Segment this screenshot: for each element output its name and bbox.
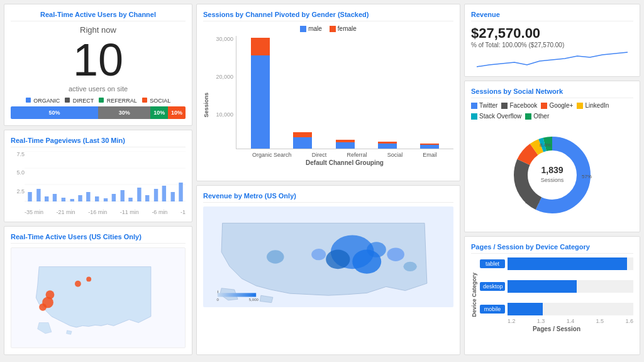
facebook-label: Facebook bbox=[509, 102, 537, 109]
linkedin-legend: LinkedIn bbox=[577, 102, 609, 109]
svg-rect-7 bbox=[53, 194, 57, 201]
direct-female bbox=[293, 132, 312, 137]
referral-male bbox=[336, 142, 355, 149]
svg-rect-4 bbox=[28, 192, 31, 201]
svg-rect-17 bbox=[137, 188, 141, 201]
legend-gradient-bar bbox=[218, 293, 256, 297]
metro-region-3 bbox=[326, 250, 350, 269]
right-column: Revenue $27,570.00 % of Total: 100.00% (… bbox=[464, 4, 640, 355]
y-label-2: 2.5 bbox=[16, 188, 25, 195]
sessions-chart: Sessions 30,000 20,000 10,000 bbox=[203, 36, 453, 174]
svg-rect-9 bbox=[70, 199, 74, 201]
active-users-title: Real-Time Active Users by Channel bbox=[11, 11, 186, 21]
pageviews-title: Real-Time Pageviews (Last 30 Min) bbox=[11, 137, 186, 147]
female-label: female bbox=[338, 25, 357, 32]
city-dot-4 bbox=[86, 276, 91, 281]
device-y-title: Device Category bbox=[471, 273, 477, 317]
sessions-by-channel-card: Sessions by Channel Pivoted by Gender (S… bbox=[196, 4, 460, 181]
x-1-4: 1.4 bbox=[567, 318, 575, 324]
svg-rect-10 bbox=[78, 195, 82, 201]
us-map bbox=[11, 247, 186, 348]
x-direct: Direct bbox=[312, 152, 327, 158]
revenue-amount: $27,570.00 bbox=[471, 25, 633, 42]
y-10k: 10,000 bbox=[216, 111, 233, 118]
googleplus-pct: 8.4% bbox=[540, 142, 551, 148]
organic-segment: 50% bbox=[11, 106, 98, 119]
stackoverflow-box bbox=[471, 113, 477, 120]
sessions-y-title: Sessions bbox=[203, 93, 209, 118]
revenue-metro-card: Revenue by Metro (US Only) bbox=[196, 185, 460, 355]
googleplus-box bbox=[541, 103, 547, 109]
bar-organic bbox=[243, 38, 277, 149]
revenue-spark-svg bbox=[471, 51, 633, 70]
facebook-box bbox=[501, 103, 508, 109]
social-legend: Twitter Facebook Google+ LinkedIn Stack … bbox=[471, 102, 633, 120]
pageviews-sparkline bbox=[25, 151, 186, 208]
female-legend: female bbox=[330, 25, 357, 32]
social-dot bbox=[142, 98, 147, 103]
tablet-track bbox=[508, 257, 633, 270]
active-user-count: 10 bbox=[11, 37, 186, 82]
donut-svg: 1,839 Sessions 57% 24.7% 8.4% bbox=[505, 128, 599, 222]
channel-legend: ORGANIC DIRECT REFERRAL SOCIAL bbox=[11, 98, 186, 104]
social-label: SOCIAL bbox=[150, 98, 170, 104]
desktop-label: desktop bbox=[480, 282, 505, 291]
mobile-row: mobile bbox=[480, 303, 633, 315]
left-column: Real-Time Active Users by Channel Right … bbox=[4, 4, 192, 355]
sessions-legend: male female bbox=[203, 25, 453, 32]
x-35: -35 min bbox=[25, 209, 43, 215]
other-label: Other bbox=[533, 113, 549, 120]
social-legend: SOCIAL bbox=[142, 98, 171, 104]
revenue-subtitle: % of Total: 100.00% ($27,570.00) bbox=[471, 42, 633, 48]
googleplus-label: Google+ bbox=[549, 102, 573, 109]
other-legend: Other bbox=[525, 113, 549, 120]
x-11: -11 min bbox=[120, 209, 139, 215]
facebook-pct: 24.7% bbox=[525, 199, 540, 205]
tablet-row: tablet bbox=[480, 257, 633, 270]
sessions-title: Sessions by Channel Pivoted by Gender (S… bbox=[203, 11, 453, 21]
device-chart-wrapper: Device Category tablet desktop bbox=[471, 257, 633, 332]
us-map-svg bbox=[11, 248, 185, 348]
metro-region-5 bbox=[311, 249, 326, 260]
direct-dot bbox=[65, 98, 70, 103]
direct-legend: DIRECT bbox=[65, 98, 94, 104]
device-y-title-container: Device Category bbox=[471, 257, 480, 332]
twitter-legend: Twitter bbox=[471, 102, 497, 109]
y-30k: 30,000 bbox=[216, 36, 233, 42]
svg-rect-14 bbox=[112, 194, 116, 201]
sessions-x-title: Default Channel Grouping bbox=[236, 159, 453, 166]
direct-male bbox=[293, 137, 312, 149]
twitter-label: Twitter bbox=[479, 102, 497, 109]
referral-segment: 10% bbox=[150, 106, 168, 119]
desktop-bar bbox=[508, 280, 577, 293]
donut-chart-container: 1,839 Sessions 57% 24.7% 8.4% bbox=[471, 125, 633, 225]
mobile-track bbox=[508, 303, 633, 315]
dashboard: Real-Time Active Users by Channel Right … bbox=[0, 0, 644, 362]
bar-email-stack bbox=[420, 144, 439, 149]
social-male bbox=[378, 144, 397, 149]
device-x-title: Pages / Session bbox=[480, 325, 633, 332]
x-21: -21 min bbox=[57, 209, 75, 215]
referral-label: REFERRAL bbox=[107, 98, 137, 104]
female-box bbox=[330, 26, 336, 32]
bar-social bbox=[370, 142, 404, 149]
stackoverflow-label: Stack Overflow bbox=[479, 113, 521, 120]
bar-direct-stack bbox=[293, 132, 312, 149]
y-title-container: Sessions bbox=[203, 36, 211, 174]
other-box bbox=[525, 113, 531, 120]
referral-dot bbox=[99, 98, 104, 103]
y-label-5: 5.0 bbox=[16, 169, 25, 176]
male-legend: male bbox=[300, 25, 322, 32]
male-label: male bbox=[308, 25, 322, 32]
googleplus-legend: Google+ bbox=[541, 102, 573, 109]
y-20k: 20,000 bbox=[216, 74, 233, 80]
metro-region-4 bbox=[367, 242, 386, 257]
pageviews-card: Real-Time Pageviews (Last 30 Min) 7.5 5.… bbox=[4, 130, 192, 222]
y-label-7: 7.5 bbox=[16, 151, 25, 157]
sessions-bars-container: Organic Search Direct Referral Social Em… bbox=[236, 36, 453, 174]
x-referral: Referral bbox=[347, 152, 367, 158]
metro-map-svg: 0 5,000 bbox=[203, 206, 453, 307]
svg-rect-6 bbox=[45, 196, 48, 201]
device-category-card: Pages / Session by Device Category Devic… bbox=[464, 236, 640, 355]
active-users-card: Real-Time Active Users by Channel Right … bbox=[4, 4, 192, 126]
